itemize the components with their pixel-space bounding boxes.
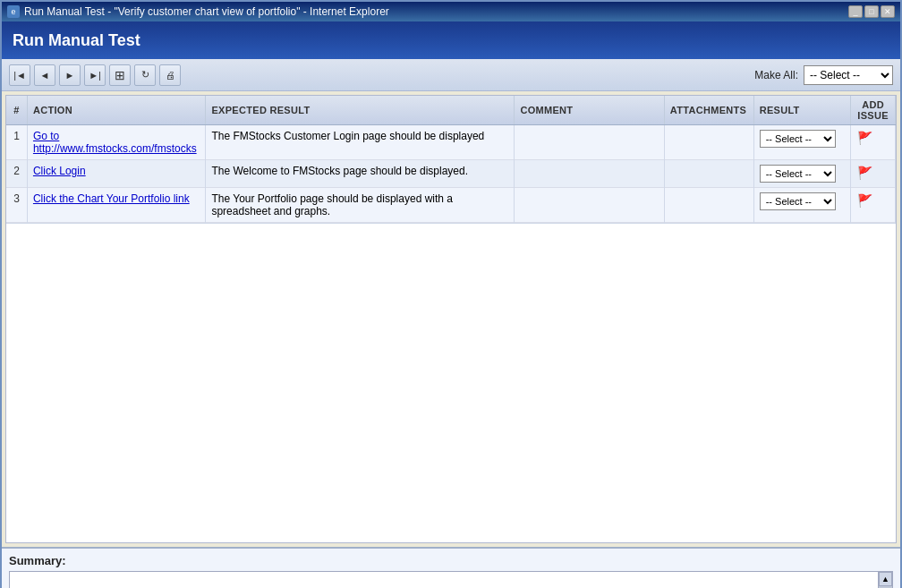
comment-cell xyxy=(515,160,664,188)
ie-icon: e xyxy=(7,5,20,18)
expected-result-cell: The Your Portfolio page should be displa… xyxy=(206,188,515,223)
test-steps-table: # ACTION EXPECTED RESULT COMMENT ATTACHM… xyxy=(6,96,896,223)
result-select-3[interactable]: -- Select -- Pass Fail Blocked N/A xyxy=(760,192,836,210)
add-issue-icon-2[interactable]: 🚩 xyxy=(856,165,872,181)
comment-cell xyxy=(515,125,664,160)
maximize-btn[interactable]: □ xyxy=(864,5,879,18)
toolbar-make-all: Make All: -- Select -- Pass Fail Blocked… xyxy=(754,65,893,85)
result-text: The FMStocks Customer Login page should … xyxy=(211,130,484,142)
row-num: 2 xyxy=(6,160,27,188)
toolbar: |◄ ◄ ► ►| ⊞ ↻ 🖨 Make All: -- Select -- P… xyxy=(2,59,900,91)
add-issue-icon-1[interactable]: 🚩 xyxy=(856,130,872,146)
add-issue-cell: 🚩 xyxy=(851,188,896,223)
col-header-add-issue: ADDISSUE xyxy=(851,96,896,125)
grid-button[interactable]: ⊞ xyxy=(109,64,131,86)
result-select-2[interactable]: -- Select -- Pass Fail Blocked N/A xyxy=(760,165,836,183)
add-issue-cell: 🚩 xyxy=(851,125,896,160)
action-link[interactable]: Go to http://www.fmstocks.com/fmstocks xyxy=(33,130,197,155)
action-cell: Click the Chart Your Portfolio link xyxy=(27,188,206,223)
result-select-cell: -- Select -- Pass Fail Blocked N/A xyxy=(753,160,851,188)
summary-scrollbar: ▲ ▼ xyxy=(878,572,892,588)
col-header-result: RESULT xyxy=(753,96,851,125)
table-row: 1 Go to http://www.fmstocks.com/fmstocks… xyxy=(6,125,896,160)
action-cell: Go to http://www.fmstocks.com/fmstocks xyxy=(27,125,206,160)
row-num: 1 xyxy=(6,125,27,160)
summary-textarea[interactable] xyxy=(10,572,878,588)
col-header-attachments: ATTACHMENTS xyxy=(664,96,753,125)
refresh-button[interactable]: ↻ xyxy=(134,64,156,86)
expected-result-cell: The Welcome to FMStocks page should be d… xyxy=(206,160,515,188)
col-header-comment: COMMENT xyxy=(515,96,664,125)
window-controls[interactable]: _ □ ✕ xyxy=(848,5,895,18)
summary-textarea-container: ▲ ▼ xyxy=(9,571,893,588)
action-cell: Click Login xyxy=(27,160,206,188)
table-row: 2 Click Login The Welcome to FMStocks pa… xyxy=(6,160,896,188)
attachments-cell xyxy=(664,188,753,223)
summary-label: Summary: xyxy=(9,554,893,567)
empty-table-area xyxy=(6,223,896,429)
result-text: The Welcome to FMStocks page should be d… xyxy=(211,165,468,177)
app-header: Run Manual Test xyxy=(2,21,900,59)
first-button[interactable]: |◄ xyxy=(9,64,30,86)
attachments-cell xyxy=(664,125,753,160)
make-all-select[interactable]: -- Select -- Pass Fail Blocked N/A xyxy=(804,65,893,85)
add-issue-cell: 🚩 xyxy=(851,160,896,188)
window-title: Run Manual Test - "Verify customer chart… xyxy=(24,5,389,18)
main-content: # ACTION EXPECTED RESULT COMMENT ATTACHM… xyxy=(5,95,897,543)
col-header-action: ACTION xyxy=(27,96,206,125)
minimize-btn[interactable]: _ xyxy=(848,5,863,18)
prev-button[interactable]: ◄ xyxy=(34,64,55,86)
scroll-up-arrow[interactable]: ▲ xyxy=(879,572,892,586)
next-button[interactable]: ► xyxy=(59,64,81,86)
should-be-text: should be xyxy=(389,130,436,142)
action-link[interactable]: Click Login xyxy=(33,165,86,177)
page-title: Run Manual Test xyxy=(13,31,140,50)
result-text: The Your Portfolio page should be displa… xyxy=(211,192,453,217)
should-be-text: should be xyxy=(327,192,373,205)
expected-result-cell: The FMStocks Customer Login page should … xyxy=(206,125,515,160)
print-button[interactable]: 🖨 xyxy=(159,64,181,86)
close-btn[interactable]: ✕ xyxy=(881,5,895,18)
row-num: 3 xyxy=(6,188,27,223)
comment-cell xyxy=(515,188,664,223)
summary-section: Summary: ▲ ▼ xyxy=(2,547,900,588)
bottom-section: Summary: ▲ ▼ Complete Test Run Cancel He… xyxy=(2,547,900,588)
portfolio-link-text: Your Portfolio xyxy=(233,192,297,205)
table-row: 3 Click the Chart Your Portfolio link Th… xyxy=(6,188,896,223)
last-button[interactable]: ►| xyxy=(84,64,106,86)
attachments-cell xyxy=(664,160,753,188)
col-header-num: # xyxy=(6,96,27,125)
result-select-1[interactable]: -- Select -- Pass Fail Blocked N/A xyxy=(760,130,836,148)
title-bar: e Run Manual Test - "Verify customer cha… xyxy=(2,2,900,21)
add-issue-icon-3[interactable]: 🚩 xyxy=(856,192,872,209)
toolbar-nav-buttons: |◄ ◄ ► ►| ⊞ ↻ 🖨 xyxy=(9,64,181,86)
result-select-cell: -- Select -- Pass Fail Blocked N/A xyxy=(753,188,851,223)
test-steps-table-container: # ACTION EXPECTED RESULT COMMENT ATTACHM… xyxy=(6,96,896,223)
make-all-label: Make All: xyxy=(754,69,798,81)
result-select-cell: -- Select -- Pass Fail Blocked N/A xyxy=(753,125,851,160)
action-link[interactable]: Click the Chart Your Portfolio link xyxy=(33,192,190,205)
should-be-text: should be xyxy=(370,165,417,177)
col-header-expected: EXPECTED RESULT xyxy=(206,96,515,125)
